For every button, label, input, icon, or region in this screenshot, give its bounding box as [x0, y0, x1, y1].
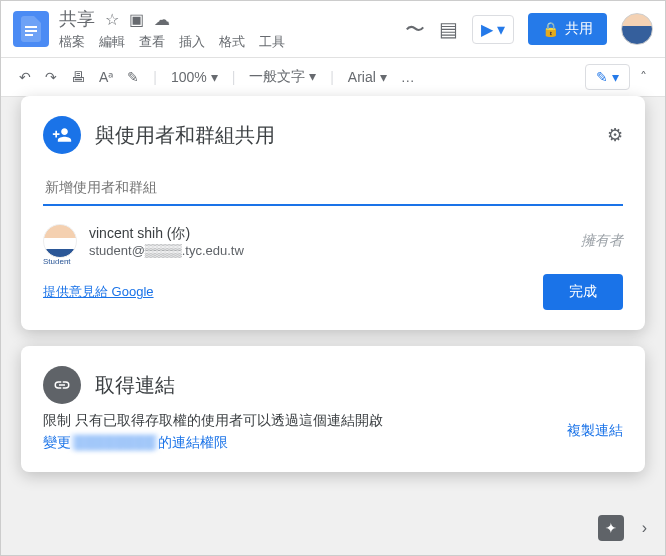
- user-name: vincent shih (你): [89, 225, 244, 243]
- add-people-input[interactable]: [45, 179, 621, 195]
- share-dialog: 與使用者和群組共用 ⚙ Student vincent shih (你) stu…: [21, 96, 645, 330]
- role-label: 擁有者: [581, 232, 623, 250]
- copy-link-button[interactable]: 複製連結: [567, 422, 623, 440]
- link-restriction-text: 限制 只有已取得存取權的使用者可以透過這個連結開啟: [43, 412, 383, 430]
- gear-icon[interactable]: ⚙: [607, 124, 623, 146]
- chevron-right-icon[interactable]: ›: [642, 519, 647, 537]
- change-link-permissions[interactable]: 變更▒▒▒▒▒▒▒▒的連結權限: [43, 434, 383, 452]
- feedback-link[interactable]: 提供意見給 Google: [43, 283, 154, 301]
- add-people-field[interactable]: [43, 170, 623, 206]
- link-icon: [43, 366, 81, 404]
- done-button[interactable]: 完成: [543, 274, 623, 310]
- owner-row: Student vincent shih (你) student@▒▒▒▒.ty…: [43, 224, 623, 258]
- avatar-caption: Student: [43, 257, 71, 266]
- explore-icon[interactable]: ✦: [598, 515, 624, 541]
- user-avatar: [43, 224, 77, 258]
- get-link-title: 取得連結: [95, 372, 623, 399]
- user-email: student@▒▒▒▒.tyc.edu.tw: [89, 243, 244, 258]
- person-add-icon: [43, 116, 81, 154]
- get-link-dialog: 取得連結 限制 只有已取得存取權的使用者可以透過這個連結開啟 變更▒▒▒▒▒▒▒…: [21, 346, 645, 472]
- share-dialog-title: 與使用者和群組共用: [95, 122, 593, 149]
